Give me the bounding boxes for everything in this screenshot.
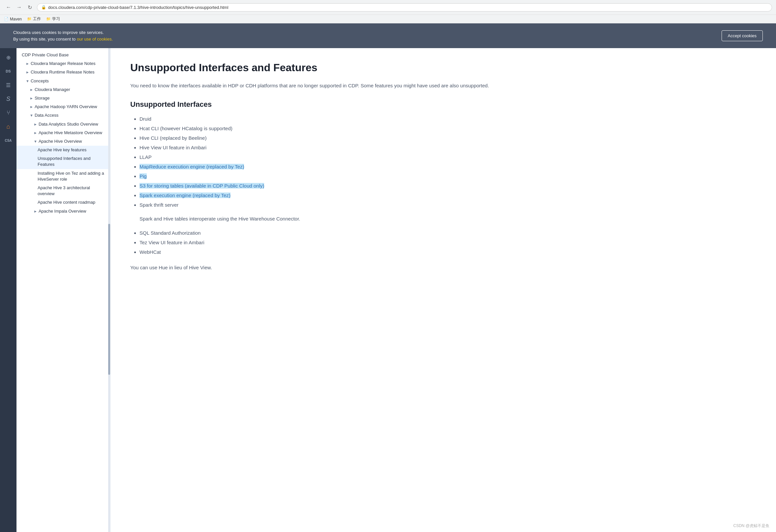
- sidebar-scroll: CDP Private Cloud Base Cloudera Manager …: [16, 48, 110, 218]
- home-icon[interactable]: ⌂: [2, 120, 15, 133]
- nav-buttons: ← → ↻: [4, 3, 34, 12]
- sidebar-item-apache-impala-overview[interactable]: Apache Impala Overview: [16, 207, 110, 216]
- page-intro: You need to know the interfaces availabl…: [130, 82, 756, 90]
- cookie-text-line1: Cloudera uses cookies to improve site se…: [13, 30, 104, 35]
- arrow-concepts: [26, 79, 29, 84]
- sidebar-item-apache-hive-content-roadmap[interactable]: Apache Hive content roadmap: [16, 198, 110, 207]
- forward-button[interactable]: →: [14, 3, 24, 12]
- arrow-apache-hadoop-yarn: [30, 104, 33, 109]
- sidebar-item-installing-hive-tez[interactable]: Installing Hive on Tez and adding a Hive…: [16, 169, 110, 184]
- label-unsupported-interfaces: Unsupported Interfaces and Features: [38, 156, 105, 168]
- label-storage: Storage: [35, 95, 50, 101]
- snake-icon[interactable]: S: [2, 92, 15, 105]
- sidebar-item-apache-hive-overview[interactable]: Apache Hive Overview: [16, 137, 110, 146]
- list-item-llap: LLAP: [140, 152, 756, 162]
- arrow-data-access: [30, 113, 33, 118]
- sidebar-item-cdp-private-cloud[interactable]: CDP Private Cloud Base: [16, 51, 110, 59]
- sidebar-item-data-access[interactable]: Data Access: [16, 111, 110, 120]
- back-button[interactable]: ←: [4, 3, 13, 12]
- s3-link[interactable]: S3 for storing tables (available in CDP …: [140, 183, 264, 189]
- accept-cookies-button[interactable]: Accept cookies: [722, 30, 763, 41]
- note-text: Spark and Hive tables interoperate using…: [140, 215, 756, 223]
- bookmark-gongzuo[interactable]: 📁 工作: [27, 16, 41, 22]
- footer-note: You can use Hue in lieu of Hive View.: [130, 265, 756, 270]
- sidebar-item-apache-hadoop-yarn[interactable]: Apache Hadoop YARN Overview: [16, 102, 110, 111]
- list-item-hive-cli: Hive CLI (replaced by Beeline): [140, 133, 756, 143]
- label-data-analytics-studio: Data Analytics Studio Overview: [39, 121, 98, 127]
- cookie-text: Cloudera uses cookies to improve site se…: [13, 29, 113, 42]
- list-item-hcat-cli: Hcat CLI (however HCatalog is supported): [140, 123, 756, 133]
- upload-icon[interactable]: ⊕: [2, 51, 15, 64]
- refresh-button[interactable]: ↻: [25, 3, 34, 12]
- sidebar: CDP Private Cloud Base Cloudera Manager …: [16, 48, 111, 532]
- arrow-cloudera-runtime-release: [26, 70, 29, 75]
- sidebar-item-unsupported-interfaces[interactable]: Unsupported Interfaces and Features: [16, 154, 110, 169]
- label-apache-hive-key-features: Apache Hive key features: [38, 147, 86, 153]
- list-item-mapreduce-engine[interactable]: MapReduce execution engine (replaced by …: [140, 162, 756, 172]
- arrow-data-analytics-studio: [34, 122, 37, 127]
- page-title: Unsupported Interfaces and Features: [130, 61, 756, 74]
- label-cloudera-runtime-release: Cloudera Runtime Release Notes: [31, 69, 94, 75]
- ds-icon[interactable]: DS: [2, 65, 15, 78]
- icon-bar: ⊕ DS ☰ S ⑂ ⌂ CSA: [0, 48, 16, 532]
- list-item-pig[interactable]: Pig: [140, 172, 756, 181]
- bookmarks-bar: 📄 Maven 📁 工作 📁 学习: [0, 14, 776, 23]
- bookmark-maven[interactable]: 📄 Maven: [4, 17, 22, 21]
- address-text: docs.cloudera.com/cdp-private-cloud-base…: [48, 5, 228, 10]
- list-item-tez-view-ui: Tez View UI feature in Ambari: [140, 238, 756, 247]
- sidebar-scrollbar[interactable]: [108, 48, 110, 532]
- arrow-storage: [30, 96, 33, 101]
- bookmark-xuexi-label: 学习: [52, 16, 60, 22]
- sidebar-scrollbar-thumb: [108, 224, 110, 374]
- bookmark-xuexi[interactable]: 📁 学习: [46, 16, 60, 22]
- arrow-cloudera-manager-release: [26, 61, 29, 66]
- csa-icon[interactable]: CSA: [2, 134, 15, 147]
- arrow-apache-hive-metastore: [34, 130, 37, 136]
- bookmark-gongzuo-label: 工作: [33, 16, 41, 22]
- cdp-label: CDP Private Cloud Base: [22, 52, 68, 58]
- pig-link[interactable]: Pig: [140, 173, 147, 179]
- maven-icon: 📄: [4, 17, 9, 21]
- label-installing-hive-tez: Installing Hive on Tez and adding a Hive…: [38, 171, 106, 182]
- sidebar-item-cloudera-runtime-release[interactable]: Cloudera Runtime Release Notes: [16, 68, 110, 76]
- sidebar-item-concepts[interactable]: Concepts: [16, 77, 110, 85]
- label-data-access: Data Access: [35, 112, 58, 118]
- mapreduce-link[interactable]: MapReduce execution engine (replaced by …: [140, 164, 244, 170]
- label-apache-hive-metastore: Apache Hive Metastore Overview: [39, 130, 102, 136]
- list-icon[interactable]: ☰: [2, 78, 15, 92]
- label-apache-hive-overview: Apache Hive Overview: [39, 139, 82, 145]
- list-item-spark-execution[interactable]: Spark execution engine (replaced by Tez): [140, 191, 756, 200]
- gongzuo-icon: 📁: [27, 17, 32, 21]
- bookmark-maven-label: Maven: [10, 17, 22, 21]
- arrow-apache-hive-overview: [34, 139, 37, 144]
- label-apache-hive-content-roadmap: Apache Hive content roadmap: [38, 200, 95, 205]
- git-icon[interactable]: ⑂: [2, 106, 15, 119]
- list-item-spark-thrift: Spark thrift server: [140, 200, 756, 210]
- list-item-druid: Druid: [140, 114, 756, 123]
- list-item-hive-view-ui: Hive View UI feature in Ambari: [140, 143, 756, 152]
- label-cloudera-manager-sub: Cloudera Manager: [35, 87, 70, 93]
- list-item-webhcat: WebHCat: [140, 247, 756, 257]
- label-apache-impala-overview: Apache Impala Overview: [39, 208, 86, 214]
- list-item-sql-standard-auth: SQL Standard Authorization: [140, 228, 756, 238]
- sidebar-item-apache-hive-3-arch[interactable]: Apache Hive 3 architectural overview: [16, 184, 110, 198]
- sidebar-item-apache-hive-key-features[interactable]: Apache Hive key features: [16, 146, 110, 154]
- browser-toolbar: ← → ↻ 🔒 docs.cloudera.com/cdp-private-cl…: [0, 0, 776, 14]
- list-item-s3-storing[interactable]: S3 for storing tables (available in CDP …: [140, 181, 756, 191]
- sidebar-item-cloudera-manager-sub[interactable]: Cloudera Manager: [16, 85, 110, 94]
- app-layout: ⊕ DS ☰ S ⑂ ⌂ CSA CDP Private Cloud Base …: [0, 48, 776, 532]
- address-bar[interactable]: 🔒 docs.cloudera.com/cdp-private-cloud-ba…: [37, 3, 772, 12]
- unsupported-interfaces-list: Druid Hcat CLI (however HCatalog is supp…: [130, 114, 756, 210]
- unsupported-interfaces-heading: Unsupported Interfaces: [130, 100, 756, 109]
- arrow-cloudera-manager-sub: [30, 87, 33, 92]
- cookie-text-line2: By using this site, you consent to: [13, 37, 77, 41]
- sidebar-item-storage[interactable]: Storage: [16, 94, 110, 102]
- sidebar-item-apache-hive-metastore[interactable]: Apache Hive Metastore Overview: [16, 128, 110, 137]
- sidebar-item-cloudera-manager-release[interactable]: Cloudera Manager Release Notes: [16, 59, 110, 68]
- spark-execution-link[interactable]: Spark execution engine (replaced by Tez): [140, 193, 230, 198]
- arrow-apache-impala-overview: [34, 209, 37, 214]
- cookie-link[interactable]: our use of cookies.: [77, 37, 113, 41]
- sidebar-item-data-analytics-studio[interactable]: Data Analytics Studio Overview: [16, 120, 110, 128]
- label-cloudera-manager-release: Cloudera Manager Release Notes: [31, 61, 95, 66]
- watermark: CSDN @虎鲸不是鱼: [733, 523, 769, 529]
